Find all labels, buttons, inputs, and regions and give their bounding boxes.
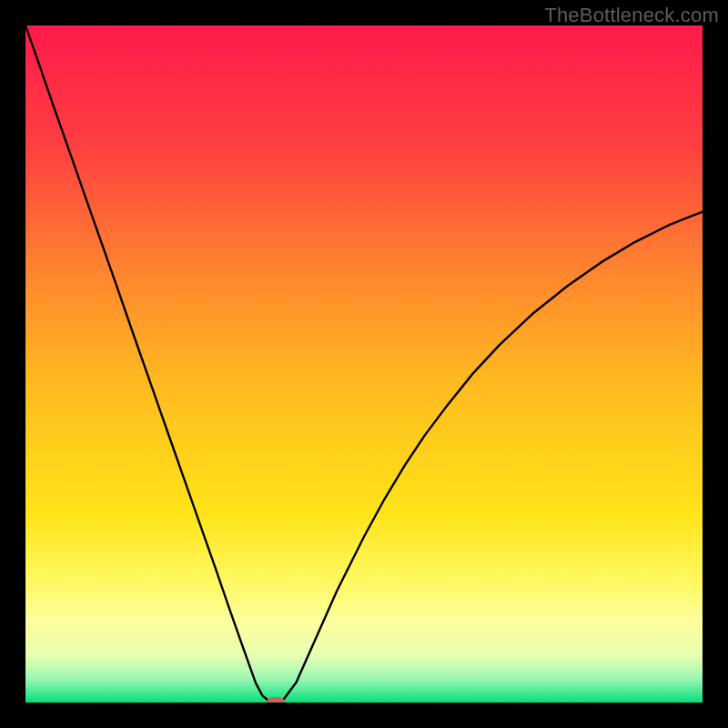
optimal-marker [267, 697, 285, 703]
plot-area [25, 25, 703, 703]
bottleneck-curve [25, 25, 703, 703]
chart-frame: TheBottleneck.com [0, 0, 728, 728]
watermark-text: TheBottleneck.com [544, 4, 719, 27]
